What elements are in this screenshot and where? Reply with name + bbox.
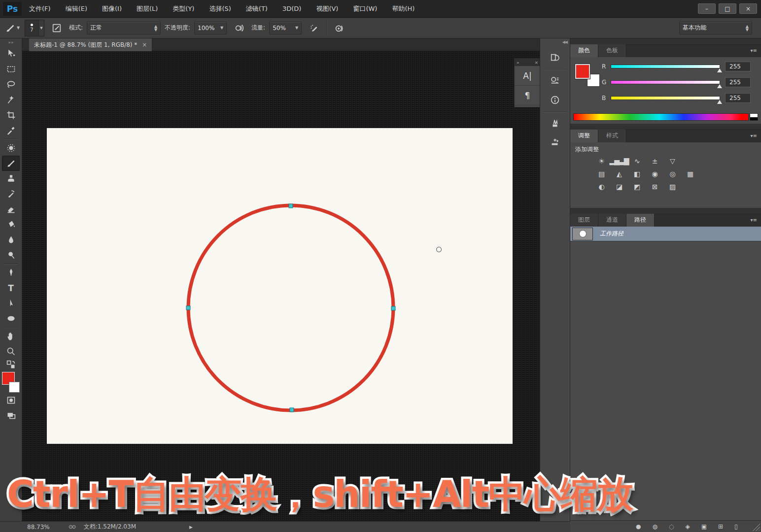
brush-presets-icon[interactable] <box>545 115 565 131</box>
rect-marquee-tool[interactable] <box>2 62 20 77</box>
toggle-brush-panel-icon[interactable] <box>48 21 65 35</box>
airbrush-icon[interactable] <box>306 21 322 35</box>
menu-item[interactable]: 类型(Y) <box>165 0 202 18</box>
levels-icon[interactable]: ▂▅▃▇ <box>613 157 625 166</box>
tab-color[interactable]: 颜色 <box>570 44 598 57</box>
eyedropper-tool[interactable] <box>2 123 20 138</box>
blue-value-field[interactable]: 255 <box>725 93 751 103</box>
close-tab-icon[interactable]: × <box>142 41 147 48</box>
green-value-field[interactable]: 255 <box>725 77 751 87</box>
tab-channels[interactable]: 通道 <box>598 214 626 227</box>
expand-panel-icon[interactable]: » <box>517 60 519 65</box>
eraser-tool[interactable] <box>2 201 20 217</box>
pressure-size-icon[interactable] <box>331 21 347 35</box>
properties-icon[interactable] <box>545 73 565 89</box>
crop-tool[interactable] <box>2 107 20 123</box>
type-tool[interactable]: T <box>2 280 20 296</box>
threshold-icon[interactable]: ◩ <box>630 182 643 192</box>
pasteboard[interactable]: » × A| ¶ <box>22 51 540 521</box>
document-tab[interactable]: 未标题-1 @ 88.7% (图层 1, RGB/8) * × <box>29 38 152 51</box>
work-path-row[interactable]: 工作路径 <box>570 227 761 241</box>
menu-item[interactable]: 图层(L) <box>129 0 165 18</box>
gradient-tool[interactable] <box>2 217 20 232</box>
brush-tool-preset-icon[interactable]: ▼ <box>4 21 21 35</box>
color-balance-icon[interactable]: ◭ <box>613 169 625 179</box>
red-slider[interactable] <box>611 65 720 68</box>
minimize-button[interactable]: – <box>698 3 716 14</box>
tab-adjustments[interactable]: 调整 <box>570 130 598 142</box>
brush-tool[interactable] <box>2 156 20 171</box>
hue-saturation-icon[interactable]: ▤ <box>595 169 608 179</box>
panel-menu-icon[interactable]: ▾≡ <box>751 133 757 138</box>
info-icon[interactable] <box>545 92 565 108</box>
photo-filter-icon[interactable]: ◉ <box>648 169 661 179</box>
close-panel-icon[interactable]: × <box>534 60 538 65</box>
pen-tool[interactable] <box>2 265 20 280</box>
opacity-select[interactable]: 100% ▼ <box>194 22 227 34</box>
menu-item[interactable]: 3D(D) <box>275 0 309 18</box>
character-panel-icon[interactable]: A| <box>515 66 540 86</box>
color-spectrum-ramp[interactable] <box>573 113 749 121</box>
healing-brush-tool[interactable] <box>2 140 20 156</box>
black-white-icon[interactable]: ◧ <box>630 169 643 179</box>
dodge-tool[interactable] <box>2 247 20 263</box>
maximize-button[interactable]: □ <box>719 3 736 14</box>
tab-styles[interactable]: 样式 <box>598 130 626 142</box>
selective-color-icon[interactable]: ⊠ <box>648 182 661 192</box>
chevron-down-icon[interactable]: ▼ <box>38 20 44 36</box>
gradient-map-icon[interactable]: ▨ <box>666 182 679 192</box>
workspace-switcher[interactable]: 基本功能 ▲▼ <box>679 22 752 34</box>
menu-item[interactable]: 滤镜(T) <box>239 0 275 18</box>
expand-dock-icon[interactable]: ◀◀ <box>540 38 570 46</box>
red-value-field[interactable]: 255 <box>725 62 751 71</box>
background-color-swatch[interactable] <box>9 382 20 393</box>
quick-mask-icon[interactable] <box>2 393 20 408</box>
menu-item[interactable]: 编辑(E) <box>58 0 95 18</box>
foreground-color-swatch[interactable] <box>575 64 590 79</box>
menu-item[interactable]: 视图(V) <box>309 0 346 18</box>
green-slider[interactable] <box>611 80 720 84</box>
collapse-tools-icon[interactable]: »» <box>0 38 22 46</box>
paragraph-panel-icon[interactable]: ¶ <box>515 86 540 105</box>
black-white-ramp[interactable] <box>750 113 758 121</box>
menu-item[interactable]: 帮助(H) <box>384 0 422 18</box>
vibrance-icon[interactable]: ▽ <box>666 157 679 166</box>
pressure-opacity-icon[interactable] <box>231 21 247 35</box>
zoom-tool[interactable] <box>2 344 20 359</box>
move-tool[interactable] <box>2 46 20 62</box>
menu-item[interactable]: 选择(S) <box>202 0 238 18</box>
clone-source-icon[interactable] <box>545 134 565 150</box>
tab-layers[interactable]: 图层 <box>570 214 598 227</box>
lasso-tool[interactable] <box>2 77 20 92</box>
swap-colors-icon[interactable] <box>2 359 20 370</box>
slider-thumb[interactable] <box>717 84 722 88</box>
close-button[interactable]: × <box>739 3 757 14</box>
tab-swatches[interactable]: 色板 <box>598 44 626 57</box>
flow-select[interactable]: 50% ▼ <box>269 22 302 34</box>
status-menu-arrow-icon[interactable]: ▶ <box>189 525 193 530</box>
slider-thumb[interactable] <box>717 100 722 104</box>
blue-slider[interactable] <box>611 96 720 100</box>
brush-size-picker[interactable]: 7 ▼ <box>25 20 44 36</box>
channel-mixer-icon[interactable]: ◎ <box>666 169 679 179</box>
history-brush-tool[interactable] <box>2 186 20 201</box>
panel-menu-icon[interactable]: ▾≡ <box>751 217 757 223</box>
path-selection-tool[interactable] <box>2 296 20 311</box>
magic-wand-tool[interactable] <box>2 92 20 107</box>
color-lookup-icon[interactable]: ▦ <box>684 169 696 179</box>
blur-tool[interactable] <box>2 232 20 247</box>
screen-mode-icon[interactable] <box>2 408 20 423</box>
clone-stamp-tool[interactable] <box>2 171 20 186</box>
menu-item[interactable]: 图像(I) <box>95 0 129 18</box>
posterize-icon[interactable]: ◪ <box>613 182 625 192</box>
panel-menu-icon[interactable]: ▾≡ <box>751 48 757 53</box>
tab-paths[interactable]: 路径 <box>626 214 655 227</box>
menu-item[interactable]: 文件(F) <box>22 0 58 18</box>
blend-mode-select[interactable]: 正常 ▲▼ <box>87 22 161 34</box>
slider-thumb[interactable] <box>717 68 722 72</box>
menu-item[interactable]: 窗口(W) <box>346 0 384 18</box>
red-circle-path[interactable] <box>188 205 393 410</box>
brightness-contrast-icon[interactable]: ☀ <box>595 157 608 166</box>
invert-icon[interactable]: ◐ <box>595 182 608 192</box>
exposure-icon[interactable]: ± <box>648 157 661 166</box>
